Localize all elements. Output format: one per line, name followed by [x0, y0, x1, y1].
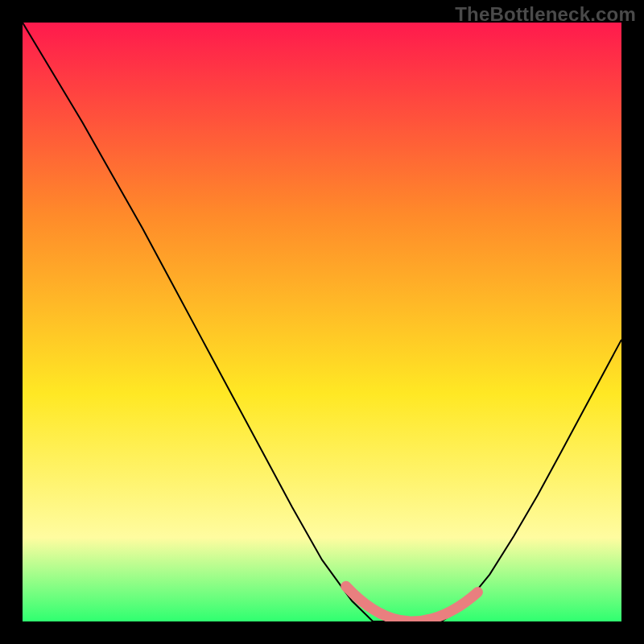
watermark-text: TheBottleneck.com [455, 3, 636, 26]
plot-area [23, 23, 621, 621]
chart-frame: TheBottleneck.com [0, 0, 644, 644]
chart-background-gradient [23, 23, 621, 621]
chart-svg [23, 23, 621, 621]
